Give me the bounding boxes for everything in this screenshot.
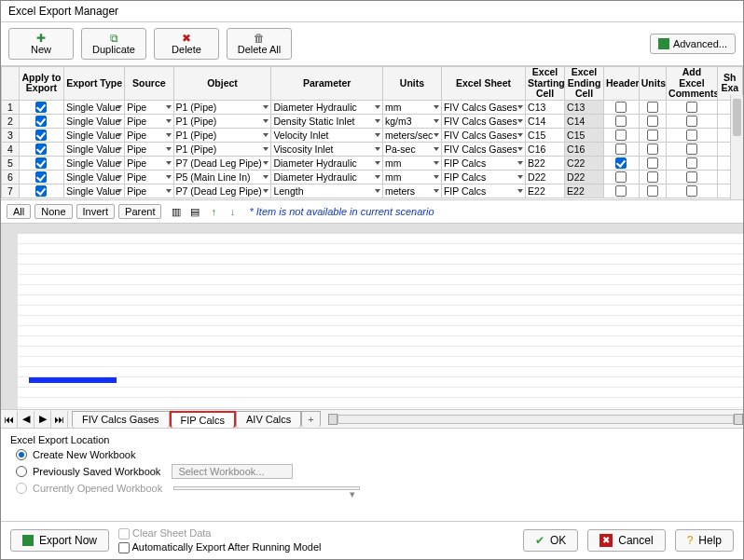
object-cell[interactable]: P5 (Main Line In)	[173, 170, 271, 184]
units-cell[interactable]: Pa-sec	[383, 142, 442, 156]
help-button[interactable]: ? Help	[675, 529, 734, 552]
apply-checkbox[interactable]	[35, 116, 47, 127]
row-number[interactable]: 7	[2, 184, 20, 198]
object-cell[interactable]: P1 (Pipe)	[173, 100, 271, 114]
end-cell[interactable]: E22	[565, 184, 604, 198]
sheet-area[interactable]	[1, 224, 743, 409]
export-now-button[interactable]: Export Now	[10, 529, 109, 552]
comments-cell[interactable]	[667, 128, 718, 142]
apply-checkbox[interactable]	[35, 171, 47, 183]
header-checkbox[interactable]	[615, 143, 627, 155]
units-checkbox[interactable]	[647, 185, 658, 197]
start-cell[interactable]: C13	[526, 100, 565, 114]
comments-checkbox[interactable]	[686, 102, 697, 113]
sheet-cell[interactable]: FIP Calcs	[441, 184, 525, 198]
source-cell[interactable]: Pipe	[125, 128, 173, 142]
units-cell[interactable]: mm	[383, 100, 442, 114]
row-number[interactable]: 2	[2, 114, 20, 128]
end-cell[interactable]: C22	[565, 156, 604, 170]
end-cell[interactable]: C16	[565, 142, 604, 156]
start-cell[interactable]: B22	[526, 156, 565, 170]
units-checkbox[interactable]	[647, 157, 658, 169]
object-cell[interactable]: P7 (Dead Leg Pipe)	[173, 156, 271, 170]
apply-cell[interactable]	[19, 184, 63, 198]
units-cell[interactable]: mm	[383, 170, 442, 184]
header-cell[interactable]	[603, 170, 639, 184]
nav-next-icon[interactable]: ▶	[34, 411, 51, 428]
comments-checkbox[interactable]	[686, 185, 697, 197]
col-header[interactable]: Excel Sheet	[441, 67, 525, 101]
param-cell[interactable]: Length	[271, 184, 383, 198]
sheet-cell[interactable]: FIV Calcs Gases	[441, 114, 525, 128]
apply-cell[interactable]	[19, 114, 63, 128]
apply-checkbox[interactable]	[35, 157, 47, 169]
col-header[interactable]: Units	[383, 67, 442, 101]
comments-cell[interactable]	[667, 184, 718, 198]
comments-checkbox[interactable]	[686, 116, 697, 127]
source-cell[interactable]: Pipe	[125, 184, 173, 198]
sheet-cell[interactable]: FIV Calcs Gases	[441, 100, 525, 114]
unitschk-cell[interactable]	[639, 184, 666, 198]
delete-all-button[interactable]: 🗑 Delete All	[227, 28, 292, 60]
units-checkbox[interactable]	[647, 143, 658, 155]
type-cell[interactable]: Single Value	[64, 114, 125, 128]
source-cell[interactable]: Pipe	[125, 100, 173, 114]
sheet-cell[interactable]: FIV Calcs Gases	[441, 128, 525, 142]
param-cell[interactable]: Density Static Inlet	[271, 114, 383, 128]
type-cell[interactable]: Single Value	[64, 128, 125, 142]
filter-none-button[interactable]: None	[34, 204, 72, 219]
type-cell[interactable]: Single Value	[64, 170, 125, 184]
row-number[interactable]: 1	[2, 100, 20, 114]
type-cell[interactable]: Single Value	[64, 100, 125, 114]
end-cell[interactable]: C14	[565, 114, 604, 128]
source-cell[interactable]: Pipe	[125, 156, 173, 170]
create-workbook-radio[interactable]	[16, 449, 27, 460]
grid-scrollbar[interactable]	[730, 95, 743, 199]
header-cell[interactable]	[603, 100, 639, 114]
source-cell[interactable]: Pipe	[125, 142, 173, 156]
param-cell[interactable]: Viscosity Inlet	[271, 142, 383, 156]
apply-checkbox[interactable]	[35, 185, 47, 197]
units-checkbox[interactable]	[647, 102, 658, 113]
header-cell[interactable]	[603, 114, 639, 128]
sheet-cell[interactable]: FIV Calcs Gases	[441, 142, 525, 156]
comments-cell[interactable]	[667, 100, 718, 114]
apply-checkbox[interactable]	[35, 102, 47, 113]
start-cell[interactable]: E22	[526, 184, 565, 198]
source-cell[interactable]: Pipe	[125, 170, 173, 184]
filter-all-button[interactable]: All	[7, 204, 31, 219]
start-cell[interactable]: C14	[526, 114, 565, 128]
header-cell[interactable]	[603, 156, 639, 170]
apply-cell[interactable]	[19, 100, 63, 114]
units-checkbox[interactable]	[647, 130, 658, 141]
unitschk-cell[interactable]	[639, 114, 666, 128]
units-cell[interactable]: meters/sec	[383, 128, 442, 142]
unitschk-cell[interactable]	[639, 100, 666, 114]
apply-checkbox[interactable]	[35, 143, 47, 155]
apply-cell[interactable]	[19, 142, 63, 156]
object-cell[interactable]: P1 (Pipe)	[173, 142, 271, 156]
row-number[interactable]: 3	[2, 128, 20, 142]
auto-export-option[interactable]: Automatically Export After Running Model	[118, 541, 321, 553]
type-cell[interactable]: Single Value	[64, 184, 125, 198]
row-number[interactable]: 5	[2, 156, 20, 170]
header-checkbox[interactable]	[615, 185, 627, 197]
unitschk-cell[interactable]	[639, 142, 666, 156]
ok-button[interactable]: ✔ OK	[523, 529, 578, 552]
param-cell[interactable]: Diameter Hydraulic	[271, 156, 383, 170]
col-header[interactable]	[2, 67, 20, 101]
col-header[interactable]: Header	[603, 67, 639, 101]
header-checkbox[interactable]	[615, 157, 627, 169]
end-cell[interactable]: C15	[565, 128, 604, 142]
table-row[interactable]: 7Single ValuePipeP7 (Dead Leg Pipe)Lengt…	[2, 184, 743, 198]
col-header[interactable]: Add Excel Comments	[667, 67, 718, 101]
advanced-button[interactable]: Advanced...	[650, 34, 736, 54]
comments-cell[interactable]	[667, 170, 718, 184]
sheet-hscroll[interactable]	[328, 413, 743, 426]
start-cell[interactable]: C15	[526, 128, 565, 142]
current-workbook-radio[interactable]	[16, 483, 27, 494]
comments-checkbox[interactable]	[686, 171, 697, 183]
add-sheet-button[interactable]: +	[301, 411, 320, 427]
duplicate-button[interactable]: ⧉ Duplicate	[81, 28, 146, 60]
filter-invert-button[interactable]: Invert	[76, 204, 116, 219]
